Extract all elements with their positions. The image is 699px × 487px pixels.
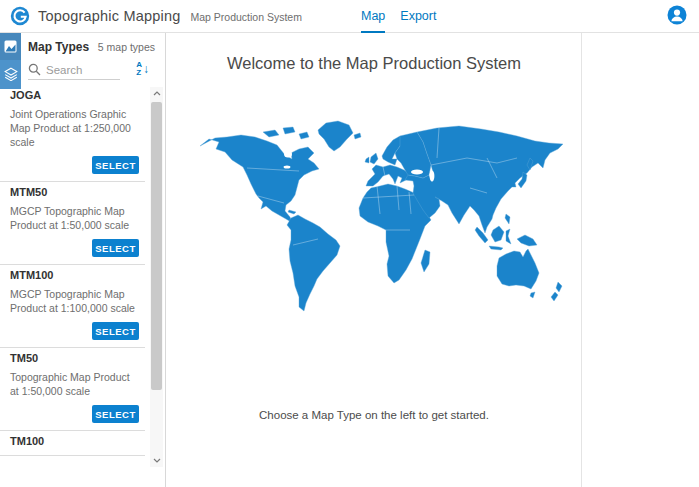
map-type-name: MTM50 — [10, 186, 139, 199]
map-type-name: TM100 — [10, 435, 139, 448]
welcome-panel: Welcome to the Map Production System — [167, 33, 582, 487]
map-type-row-joga: JOGA Joint Operations Graphic Map Produc… — [0, 85, 145, 182]
select-button-joga[interactable]: SELECT — [92, 156, 139, 174]
select-button-tm50[interactable]: SELECT — [92, 405, 139, 423]
map-type-list: JOGA Joint Operations Graphic Map Produc… — [0, 85, 148, 487]
search-icon — [28, 63, 41, 76]
map-types-panel: Map Types 5 map types AZ ↓ JOGA Joint Op… — [0, 33, 166, 487]
sidebar-scrollbar[interactable] — [150, 87, 163, 467]
sort-az-icon[interactable]: AZ ↓ — [136, 61, 149, 77]
tab-export[interactable]: Export — [400, 0, 436, 33]
chevron-up-icon[interactable] — [150, 87, 163, 100]
app-subtitle: Map Production System — [190, 11, 301, 23]
map-tool-button[interactable] — [0, 33, 21, 60]
scrollbar-thumb[interactable] — [151, 102, 162, 390]
tool-strip — [0, 33, 21, 89]
map-type-description: Topographic Map Product at 1:50,000 scal… — [10, 370, 139, 398]
app-title: Topographic Mapping — [38, 8, 180, 24]
instruction-text: Choose a Map Type on the left to get sta… — [167, 409, 581, 421]
map-type-count: 5 map types — [98, 41, 155, 53]
welcome-title: Welcome to the Map Production System — [167, 54, 581, 73]
panel-title: Map Types — [28, 40, 89, 54]
user-avatar-icon[interactable] — [667, 5, 687, 25]
globe-logo-icon — [10, 6, 30, 26]
select-button-mtm100[interactable]: SELECT — [92, 322, 139, 340]
top-nav: Map Export — [361, 0, 436, 33]
map-type-row-mtm100: MTM100 MGCP Topographic Map Product at 1… — [0, 265, 145, 348]
world-map-image — [187, 118, 567, 318]
map-type-description: Joint Operations Graphic Map Product at … — [10, 107, 139, 149]
map-type-name: TM50 — [10, 352, 139, 365]
map-type-name: JOGA — [10, 89, 139, 102]
select-button-mtm50[interactable]: SELECT — [92, 239, 139, 257]
layers-icon — [4, 67, 18, 81]
chevron-down-icon[interactable] — [150, 454, 163, 467]
map-type-name: MTM100 — [10, 269, 139, 282]
tab-map[interactable]: Map — [361, 0, 385, 33]
map-type-description: MGCP Topographic Map Product at 1:100,00… — [10, 287, 139, 315]
panel-header: Map Types 5 map types — [28, 40, 155, 54]
map-tool-icon — [4, 40, 17, 53]
layers-tool-button[interactable] — [0, 60, 21, 87]
map-type-description: MGCP Topographic Map Product at 1:50,000… — [10, 204, 139, 232]
map-type-row-tm50: TM50 Topographic Map Product at 1:50,000… — [0, 348, 145, 431]
app-header: Topographic Mapping Map Production Syste… — [0, 0, 699, 33]
map-type-row-tm100: TM100 — [0, 431, 145, 456]
map-type-row-mtm50: MTM50 MGCP Topographic Map Product at 1:… — [0, 182, 145, 265]
search-input[interactable] — [46, 64, 118, 76]
search-box — [28, 63, 120, 80]
